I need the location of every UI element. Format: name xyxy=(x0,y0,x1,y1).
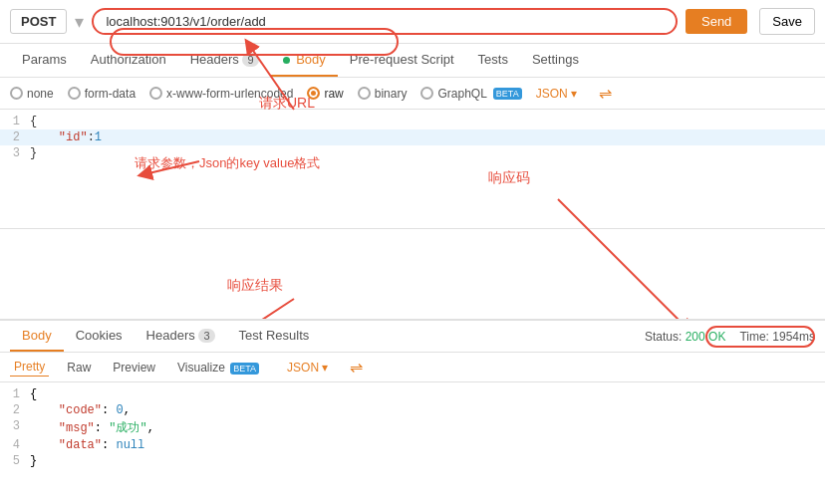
fmt-tab-preview[interactable]: Preview xyxy=(109,359,159,377)
radio-graphql-icon xyxy=(420,87,433,100)
resp-editor: 1 { 2 "code": 0, 3 "msg": "成功", 4 "data"… xyxy=(0,382,825,482)
opt-urlencoded[interactable]: x-www-form-urlencoded xyxy=(149,87,293,101)
body-options: none form-data x-www-form-urlencoded raw… xyxy=(0,78,825,110)
time-label: Time: 1954ms xyxy=(739,330,815,344)
status-value: 200 OK xyxy=(686,330,726,344)
editor-line-2[interactable]: 2 "id":1 xyxy=(0,129,825,145)
format-icon[interactable]: ⇌ xyxy=(599,84,612,103)
resp-line-4: 4 "data": null xyxy=(0,437,825,453)
chevron-down-icon: ▾ xyxy=(571,87,577,101)
opt-raw[interactable]: raw xyxy=(307,87,343,101)
json-chevron-icon: ▾ xyxy=(322,361,328,375)
radio-none-icon xyxy=(10,87,23,100)
tab-headers[interactable]: Headers 9 xyxy=(178,44,271,77)
json-selector[interactable]: JSON ▾ xyxy=(536,87,577,101)
request-tabs: Params Authorization Headers 9 Body Pre-… xyxy=(0,44,825,78)
tab-authorization[interactable]: Authorization xyxy=(79,44,178,77)
resp-tab-test-results[interactable]: Test Results xyxy=(227,321,322,352)
radio-binary-icon xyxy=(358,87,371,100)
body-dot-icon xyxy=(283,57,290,64)
resp-format-tabs: Pretty Raw Preview Visualize BETA JSON ▾… xyxy=(0,353,825,382)
opt-graphql[interactable]: GraphQL BETA xyxy=(420,87,521,101)
opt-binary[interactable]: binary xyxy=(358,87,408,101)
beta-badge: BETA xyxy=(493,88,522,100)
fmt-tab-pretty[interactable]: Pretty xyxy=(10,358,49,377)
radio-raw-icon xyxy=(307,87,320,100)
wrap-icon[interactable]: ⇌ xyxy=(350,358,363,377)
resp-tab-headers[interactable]: Headers 3 xyxy=(135,321,227,352)
resp-tab-cookies[interactable]: Cookies xyxy=(64,321,135,352)
tab-tests[interactable]: Tests xyxy=(466,44,520,77)
dropdown-arrow-icon[interactable]: ▾ xyxy=(75,11,84,33)
fmt-tab-visualize[interactable]: Visualize BETA xyxy=(173,359,263,377)
resp-line-1: 1 { xyxy=(0,386,825,402)
annotation-resp-body: 响应结果 xyxy=(227,277,283,295)
opt-form-data[interactable]: form-data xyxy=(68,87,136,101)
response-section: Body Cookies Headers 3 Test Results Stat… xyxy=(0,319,825,482)
response-tabs-bar: Body Cookies Headers 3 Test Results Stat… xyxy=(0,321,825,353)
url-bar: POST ▾ Send Save xyxy=(0,0,825,44)
response-tabs: Body Cookies Headers 3 Test Results xyxy=(10,321,321,352)
resp-line-3: 3 "msg": "成功", xyxy=(0,418,825,437)
status-info: Status: 200 OK Time: 1954ms xyxy=(645,330,815,344)
url-input-wrap xyxy=(92,8,678,35)
method-badge[interactable]: POST xyxy=(10,9,67,34)
status-label: Status: 200 OK xyxy=(645,330,725,344)
resp-line-5: 5 } xyxy=(0,453,825,469)
url-input[interactable] xyxy=(106,14,664,29)
radio-urlencoded-icon xyxy=(149,87,162,100)
editor-area: 1 { 2 "id":1 3 } xyxy=(0,110,825,229)
tab-settings[interactable]: Settings xyxy=(520,44,591,77)
editor-line-3: 3 } xyxy=(0,145,825,161)
resp-line-2: 2 "code": 0, xyxy=(0,402,825,418)
json-format-selector[interactable]: JSON ▾ xyxy=(287,361,328,375)
resp-tab-body[interactable]: Body xyxy=(10,321,64,352)
editor-line-1: 1 { xyxy=(0,114,825,129)
radio-form-data-icon xyxy=(68,87,81,100)
tab-body[interactable]: Body xyxy=(271,44,338,77)
headers-badge: 9 xyxy=(242,53,258,67)
tab-params[interactable]: Params xyxy=(10,44,79,77)
resp-headers-badge: 3 xyxy=(198,329,214,343)
visualize-beta-badge: BETA xyxy=(230,363,259,375)
save-button[interactable]: Save xyxy=(759,8,815,35)
fmt-tab-raw[interactable]: Raw xyxy=(63,359,95,377)
opt-none[interactable]: none xyxy=(10,87,54,101)
send-button[interactable]: Send xyxy=(686,9,747,34)
tab-pre-request[interactable]: Pre-request Script xyxy=(338,44,466,77)
